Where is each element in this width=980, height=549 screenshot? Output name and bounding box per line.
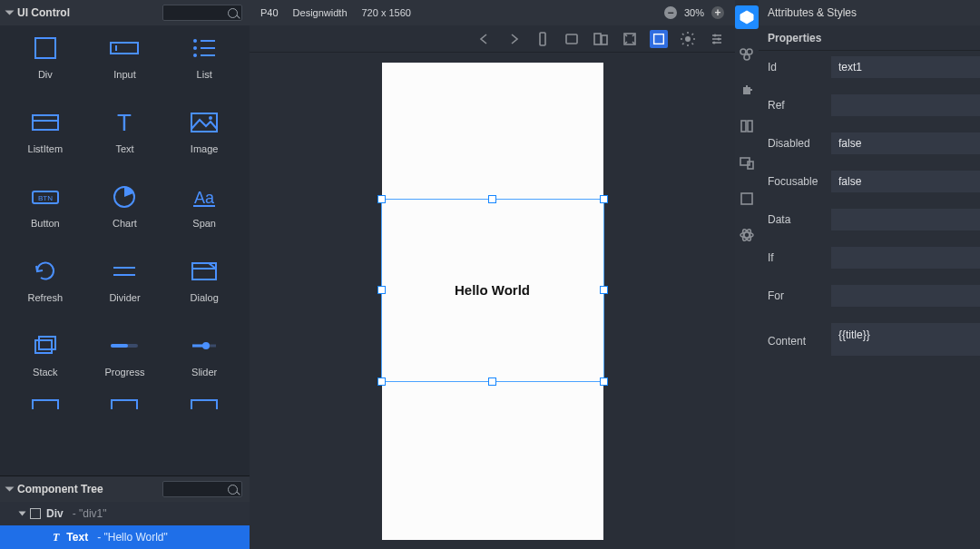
tab-properties-icon[interactable] <box>735 5 759 29</box>
prop-input-focusable[interactable] <box>831 171 980 192</box>
palette-item-span[interactable]: Aa Span <box>164 181 244 243</box>
right-icon-strip <box>735 0 759 549</box>
svg-point-30 <box>202 342 210 349</box>
component-tree: Div - "div1" T Text - "Hello World" <box>0 502 250 549</box>
palette-item-progress[interactable]: Progress <box>85 330 165 392</box>
svg-rect-33 <box>191 400 217 409</box>
selected-text-element[interactable]: Hello World <box>381 199 604 382</box>
tab-atom-icon[interactable] <box>735 223 759 247</box>
component-tree-section: Component Tree Div - "div1" T Text - "He… <box>0 475 250 549</box>
prop-input-data[interactable] <box>831 209 980 230</box>
tab-styles-icon[interactable] <box>735 42 759 65</box>
svg-rect-59 <box>748 121 752 132</box>
tab-box-icon[interactable] <box>735 187 759 211</box>
ui-control-search[interactable] <box>162 5 242 21</box>
svg-line-46 <box>692 43 694 44</box>
zoom-in-button[interactable]: + <box>711 6 724 19</box>
dialog-icon <box>187 256 221 287</box>
palette-item-refresh[interactable]: Refresh <box>5 256 85 318</box>
resize-handle-tc[interactable] <box>488 195 496 203</box>
svg-rect-12 <box>191 113 217 132</box>
resize-handle-bl[interactable] <box>377 377 386 386</box>
component-tree-header[interactable]: Component Tree <box>0 476 250 502</box>
brightness-icon[interactable] <box>679 30 697 48</box>
fit-screen-icon[interactable] <box>621 30 639 48</box>
palette-item-listitem[interactable]: ListItem <box>5 107 85 169</box>
expand-icon <box>19 512 26 516</box>
svg-point-7 <box>193 54 197 57</box>
prop-input-disabled[interactable] <box>831 132 980 154</box>
svg-rect-35 <box>566 34 577 44</box>
tree-node-label: Text <box>66 531 88 544</box>
palette-item-dialog[interactable]: Dialog <box>164 256 244 318</box>
svg-point-56 <box>747 49 752 54</box>
collapse-icon <box>5 487 15 492</box>
svg-point-53 <box>718 37 720 40</box>
palette-label: Stack <box>33 367 58 377</box>
palette-item-div[interactable]: Div <box>5 33 85 94</box>
palette-item-divider[interactable]: Divider <box>85 256 165 318</box>
zoom-out-button[interactable]: − <box>664 6 677 19</box>
redo-button[interactable] <box>505 30 523 48</box>
designwidth-label: Designwidth <box>293 7 348 18</box>
palette-item-input[interactable]: Input <box>85 33 165 94</box>
tab-layout-icon[interactable] <box>735 114 759 138</box>
palette-label: Button <box>31 218 60 229</box>
device-multi-icon[interactable] <box>592 30 610 48</box>
resize-handle-ml[interactable] <box>377 286 386 294</box>
resize-handle-br[interactable] <box>600 377 608 386</box>
palette-item-list[interactable]: List <box>164 33 244 94</box>
prop-label: If <box>768 251 831 264</box>
tree-search[interactable] <box>162 481 242 497</box>
prop-row-id: Id <box>768 56 980 78</box>
svg-rect-24 <box>39 337 55 349</box>
prop-input-ref[interactable] <box>831 94 980 116</box>
svg-point-57 <box>744 54 750 60</box>
palette-item-chart[interactable]: Chart <box>85 181 165 243</box>
ui-control-panel-header[interactable]: UI Control <box>0 0 250 25</box>
undo-button[interactable] <box>475 30 494 48</box>
palette-label: Image <box>191 143 219 154</box>
component-tree-title: Component Tree <box>17 483 103 495</box>
prop-input-for[interactable] <box>831 285 980 307</box>
tree-node-text[interactable]: T Text - "Hello World" <box>0 525 250 549</box>
prop-label: Focusable <box>768 175 831 188</box>
palette-item-slider[interactable]: Slider <box>164 330 244 392</box>
device-tablet-icon[interactable] <box>563 30 581 48</box>
design-canvas[interactable]: Hello World <box>250 53 735 549</box>
svg-point-3 <box>193 39 197 43</box>
resize-handle-bc[interactable] <box>488 377 496 386</box>
prop-input-content[interactable] <box>831 323 980 356</box>
resize-handle-tl[interactable] <box>377 195 386 203</box>
tab-plugin-icon[interactable] <box>735 78 759 102</box>
svg-point-13 <box>209 116 212 120</box>
svg-rect-32 <box>112 400 137 409</box>
resize-handle-tr[interactable] <box>600 195 608 203</box>
canvas-topbar: P40 Designwidth 720 x 1560 − 30% + <box>250 0 735 25</box>
canvas-toolbar <box>250 25 735 53</box>
svg-point-55 <box>740 49 746 54</box>
center-column: P40 Designwidth 720 x 1560 − 30% + Hell <box>250 0 735 549</box>
prop-row-if: If <box>768 247 980 269</box>
settings-icon[interactable] <box>708 30 726 48</box>
resize-handle-mr[interactable] <box>600 286 608 294</box>
prop-input-id[interactable] <box>831 56 980 78</box>
prop-row-content: Content <box>768 323 980 358</box>
palette-item-image[interactable]: Image <box>164 107 244 169</box>
tab-responsive-icon[interactable] <box>735 151 759 174</box>
svg-text:T: T <box>118 109 132 136</box>
properties-section-header[interactable]: Properties <box>759 25 980 51</box>
prop-label: Id <box>768 61 831 74</box>
palette-item-stack[interactable]: Stack <box>5 330 85 392</box>
prop-input-if[interactable] <box>831 247 980 269</box>
selection-mode-icon[interactable] <box>650 30 668 48</box>
progress-icon <box>107 330 142 361</box>
device-name[interactable]: P40 <box>260 7 279 18</box>
device-frame[interactable]: Hello World <box>382 63 603 540</box>
slider-icon <box>187 330 221 361</box>
palette-item-button[interactable]: BTN Button <box>5 181 85 243</box>
palette-item-text[interactable]: T Text <box>85 107 165 169</box>
device-phone-icon[interactable] <box>534 30 552 48</box>
tree-node-div[interactable]: Div - "div1" <box>0 502 250 525</box>
app-root: UI Control Div Input List <box>0 0 980 549</box>
